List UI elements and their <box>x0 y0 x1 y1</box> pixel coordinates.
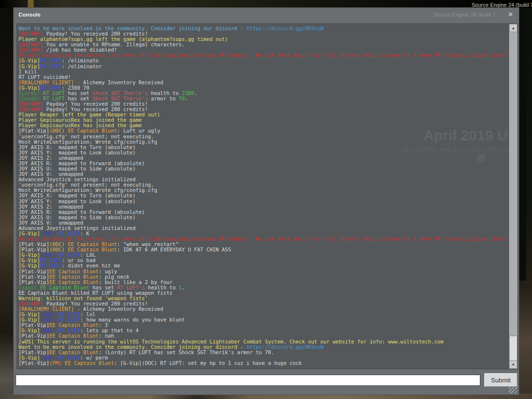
console-line: [DarkRP] Payday! You received 200 credit… <box>19 31 508 37</box>
scroll-down-arrow-icon[interactable]: ▼ <box>509 361 517 369</box>
console-line: JOY_AXIS_X: mapped to Turn (absolute) <box>19 193 508 198</box>
console-line: [Plat-Vip](OOC) EE Captain Blunt: "when … <box>19 242 508 247</box>
console-line: [DarkRP] Payday! You received 200 credit… <box>19 101 508 107</box>
console-line: [Plat-Vip]EE Captain Blunt: ugly <box>19 269 508 274</box>
console-line: (xans) EE Captain Blunt has set RT LUFT'… <box>19 285 508 290</box>
engine-version-text: Source Engine 24 (build 7 <box>472 2 532 8</box>
console-line: Host_WriteConfiguration: Wrote cfg/confi… <box>19 139 508 145</box>
console-line: [RKALCHEMY CLIENT] - Alchemy Inventory R… <box>19 306 508 312</box>
console-line: [G-Vip](OOC) RT LUFT: lol <box>19 312 508 317</box>
console-line: JOY_AXIS_Z: unmapped <box>19 155 508 161</box>
console-line: [G-Vip]RT LUFT: /eliminato <box>19 58 508 63</box>
console-line: [Plat-Vip]EE Captain Blunt: built like a… <box>19 280 508 285</box>
console-line: [DarkRP] Payday! You received 200 credit… <box>19 107 508 112</box>
console-line: ] kill <box>19 69 508 75</box>
close-icon[interactable]: ✕ <box>507 11 514 19</box>
console-line: JOY_AXIS_U: mapped to Side (absolute) <box>19 166 508 171</box>
window-title: Console <box>19 8 41 21</box>
console-line: [Plat-Vip]EE Captain Blunt: pig neck <box>19 274 508 280</box>
console-line: JOY_AXIS_U: mapped to Side (absolute) <box>19 215 508 220</box>
submit-button[interactable]: Submit <box>484 373 517 387</box>
console-line: Host_WriteConfiguration: Wrote cfg/confi… <box>19 188 508 193</box>
console-line: [Plat-Vip]EE Captain Blunt: nah <box>19 333 508 339</box>
console-line: [DarkRP] You are unable to RPname. Illeg… <box>19 42 508 47</box>
console-line: 'userconfig.cfg' not present; not execut… <box>19 182 508 188</box>
game-background-left <box>0 8 14 395</box>
console-line: RT LUFT suicided! <box>19 75 508 80</box>
scrollbar[interactable]: ▲ ▼ <box>509 24 517 369</box>
console-line: Want to be more involved in the communit… <box>19 26 508 31</box>
console-line: [G-Vip]RT LUFT: didnt even hit me <box>19 263 508 268</box>
game-background-detail <box>28 0 34 8</box>
console-line: Want to be more involved in the communit… <box>19 344 508 350</box>
scroll-up-arrow-icon[interactable]: ▲ <box>509 24 517 32</box>
console-line: [G-Vip](OOC) RT LUFT: w/ perm <box>19 355 508 361</box>
console-line: [DarkRP] Payday! You received 200 credit… <box>19 301 508 306</box>
console-line: Player Reaper left the game (Reaper time… <box>19 112 508 117</box>
console-window: Console Source Engine 24 (build 7 ✕ Apri… <box>14 8 519 395</box>
console-line: JOY_AXIS_X: mapped to Turn (absolute) <box>19 145 508 150</box>
console-line: JOY_AXIS_V: unmapped <box>19 220 508 226</box>
console-line: Player alphantom?sups.gg left the game (… <box>19 37 508 42</box>
console-line: 'userconfig.cfg' not present; not execut… <box>19 134 508 139</box>
console-line: We will be moving the server into more o… <box>19 236 508 242</box>
console-line: Player GepisaurusRex has joined the game <box>19 123 508 128</box>
engine-version-ghost-text: Source Engine 24 (build 7 <box>434 12 495 18</box>
console-line: [RKALCHEMY CLIENT] - Alchemy Inventory R… <box>19 80 508 85</box>
console-line: (Lordy) RT LUFT has set Shock SGT Therik… <box>19 96 508 101</box>
console-titlebar[interactable]: Console Source Engine 24 (build 7 ✕ <box>14 8 519 21</box>
console-line: Warning: killicon not found 'weapon_fist… <box>19 296 508 301</box>
game-background-top <box>0 0 532 8</box>
console-line: [wOS] This server is running the wiltOS … <box>19 339 508 344</box>
console-line: [G-Vip]RT LUFT: 2380 70 <box>19 85 508 91</box>
console-log: Want to be more involved in the communit… <box>17 24 509 369</box>
console-line: [G-Vip](OOC) RT LUFT: how many warns do … <box>19 317 508 323</box>
console-line: [G-Vip](OOC) RT LUFT: K <box>19 231 508 236</box>
console-output-panel: April 2019 Updat her update and a privac… <box>17 23 518 369</box>
console-line: [G-Vip](OOC) RT LUFT: LOL <box>19 252 508 258</box>
console-line: [DarkRP] /job has been disabled! <box>19 47 508 53</box>
console-line: JOY_AXIS_Y: mapped to Look (absolute) <box>19 150 508 155</box>
console-line: Player GepisaurusRex has joined the game <box>19 117 508 123</box>
scrollbar-thumb[interactable] <box>509 336 517 361</box>
console-line: Advanced Joystick settings initialized <box>19 177 508 182</box>
resize-grip[interactable] <box>509 387 517 394</box>
console-line: [Plat-Vip]EE Captain Blunt: 3 <box>19 323 508 328</box>
console-line: [Plat-Vip](OOC) EE Captain Blunt: IDK AT… <box>19 247 508 252</box>
command-input[interactable] <box>16 375 480 386</box>
console-line: [G-Vip]RT LUFT: ur so bad <box>19 258 508 263</box>
console-line: JOY_AXIS_R: mapped to Forward (absolute) <box>19 161 508 166</box>
console-line: We will be moving the server into more o… <box>19 53 508 58</box>
console-line: [G-Vip](OOC) RT LUFT: lets up that to 4 <box>19 328 508 333</box>
console-line: Advanced Joystick settings initialized <box>19 226 508 231</box>
console-line: [Plat-Vip](PM) EE Captain Blunt: [G-Vip]… <box>19 361 508 366</box>
console-line: (Lordy) RT LUFT has set Shock SGT Therik… <box>19 91 508 96</box>
console-line: [Plat-Vip](OOC) EE Captain Blunt: Luft u… <box>19 128 508 133</box>
console-line: JOY_AXIS_Z: unmapped <box>19 204 508 209</box>
game-background-detail <box>518 8 526 281</box>
console-line: EE Captain Blunt killed RT LUFT using we… <box>19 290 508 296</box>
console-line: JOY_AXIS_V: unmapped <box>19 171 508 177</box>
console-line: [G-Vip]RT LUFT: /eliminator <box>19 64 508 69</box>
console-line: [Plat-Vip]EE Captain Blunt: (Lordy) RT L… <box>19 350 508 355</box>
console-line: JOY_AXIS_R: mapped to Forward (absolute) <box>19 209 508 215</box>
console-line: JOY_AXIS_Y: mapped to Look (absolute) <box>19 199 508 204</box>
